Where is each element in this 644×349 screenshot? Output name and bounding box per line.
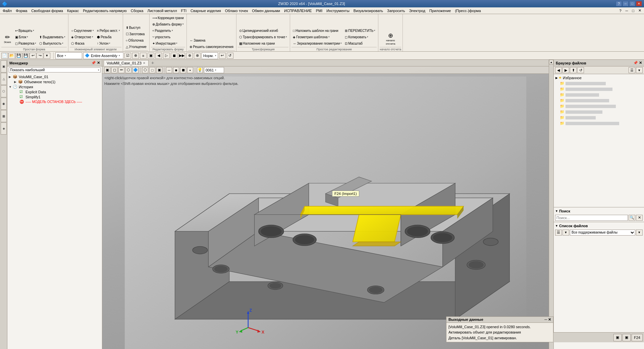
menu-fti[interactable]: FTI bbox=[179, 8, 189, 13]
btn-obolochka[interactable]: ○Оболочка bbox=[124, 37, 148, 43]
viewport[interactable]: ▣ ◻ ✏ ⬡ 🔷 ⬡ □ ▣ ─ ■ ◼ ▪ 💡 0061 ▾ bbox=[102, 66, 549, 349]
btn-tsylindrichesky[interactable]: ⊙Цилиндрический изгиб bbox=[238, 28, 288, 34]
sidebar-icon-3[interactable]: ◉ bbox=[1, 98, 7, 110]
br-icon-btn2[interactable]: ▣ bbox=[623, 334, 631, 341]
menu-assembly[interactable]: Сборка bbox=[129, 8, 146, 13]
tab-add-btn[interactable]: + bbox=[149, 59, 156, 66]
fb-forward-btn[interactable]: ▶ bbox=[562, 67, 569, 73]
output-min-icon[interactable]: ─ bbox=[544, 317, 547, 322]
br-icon-btn[interactable]: ▣ bbox=[613, 334, 622, 341]
vp-btn-9[interactable]: ─ bbox=[166, 67, 172, 73]
filelist-arrow-btn[interactable]: ▾ bbox=[562, 230, 569, 236]
tree-item-solid[interactable]: ▶ 📦 Объемное тело(1) bbox=[8, 79, 101, 84]
btn-peremestit[interactable]: ⊞ПЕРЕМЕСТИТЬ▾ bbox=[343, 28, 377, 34]
manager-filter[interactable]: Показать наибольший ▾ bbox=[9, 67, 101, 72]
btn-kopirovat[interactable]: ◻Копировать▾ bbox=[343, 34, 377, 40]
menu-pressform[interactable]: (Пресс-)форма bbox=[453, 8, 483, 13]
fb-folder-3[interactable]: 📁 bbox=[554, 92, 643, 98]
tree-item-history[interactable]: ▼ 🕐 История bbox=[8, 84, 101, 89]
btn-nalozhenie[interactable]: ▦Наложение на грани bbox=[238, 40, 288, 46]
manager-close-icon[interactable]: ✕ bbox=[97, 61, 100, 65]
output-close-icon[interactable]: ✕ bbox=[548, 317, 551, 322]
tree-check-3[interactable]: ☑ bbox=[19, 90, 25, 94]
btn-vipuklost[interactable]: ⬡Выпуклость▾ bbox=[38, 40, 67, 46]
sel-btn-plus[interactable]: ⊕ bbox=[186, 53, 193, 59]
tree-arrow-0[interactable]: ▶ bbox=[9, 75, 13, 79]
tab-volumill[interactable]: VoluMill_Case_01.Z3 ✕ bbox=[104, 60, 149, 66]
menu-restore[interactable]: □ bbox=[630, 8, 636, 13]
sel-btn6[interactable]: ▷ bbox=[163, 53, 170, 59]
btn-otverstie[interactable]: ◈Отверстие▾ bbox=[70, 34, 95, 40]
menu-electrode[interactable]: Электрод bbox=[407, 8, 427, 13]
btn-faska[interactable]: ⬠Фаска bbox=[70, 40, 95, 46]
btn-rebro[interactable]: ≡Ребро жест.▾ bbox=[96, 28, 121, 34]
menu-close[interactable]: ✕ bbox=[636, 8, 643, 13]
qa-redo[interactable]: ↪ bbox=[37, 53, 43, 59]
sel-btn2[interactable]: ⊕ bbox=[132, 53, 139, 59]
fb-folder-6[interactable]: 📁 bbox=[554, 109, 643, 115]
menu-weld[interactable]: Сварные изделия bbox=[189, 8, 223, 13]
menu-wireframe[interactable]: Каркас bbox=[65, 8, 81, 13]
sel-btn5[interactable]: ◀ bbox=[155, 53, 162, 59]
btn-origin[interactable]: ⊕ начало отсчета bbox=[384, 32, 396, 46]
menu-help[interactable]: ? bbox=[617, 8, 623, 13]
display-btn1[interactable]: ↩ bbox=[219, 53, 226, 59]
sidebar-icon-5[interactable]: ◈ bbox=[1, 122, 7, 135]
vp-btn-1[interactable]: ▣ bbox=[104, 67, 110, 73]
sel-btn4[interactable]: ▣ bbox=[148, 53, 154, 59]
btn-zamena[interactable]: ↔Замена bbox=[188, 37, 235, 43]
sidebar-icon-0[interactable]: ▣ bbox=[1, 60, 7, 72]
qa-save[interactable]: 💾 bbox=[15, 53, 22, 59]
tree-item-stop[interactable]: ⛔ ----- МОДЕЛЬ ОСТАНОВ ЗДЕСЬ ----- bbox=[8, 99, 101, 104]
search-input[interactable] bbox=[555, 215, 628, 221]
qa-new[interactable]: 📄 bbox=[1, 53, 8, 59]
filelist-section-header[interactable]: ▼ Список файлов bbox=[555, 223, 643, 229]
btn-transform-v-tochke[interactable]: ⬡Трансформировать в точке▾ bbox=[238, 34, 288, 40]
vp-btn-2[interactable]: ◻ bbox=[111, 67, 117, 73]
vp-btn-6[interactable]: ⬡ bbox=[142, 67, 148, 73]
btn-blok[interactable]: ▣Блок▾ bbox=[14, 34, 38, 40]
search-section-header[interactable]: ▼ Поиск bbox=[555, 208, 643, 214]
btn-masshtab[interactable]: ⊡Масштаб bbox=[343, 40, 377, 46]
btn-skruglenie[interactable]: ○Скругление▾ bbox=[70, 28, 95, 34]
fb-close-icon[interactable]: ✕ bbox=[639, 61, 642, 65]
btn-korrektsiya[interactable]: ⟿Коррекция грани bbox=[151, 15, 185, 21]
fb-back-btn[interactable]: ◀ bbox=[555, 67, 562, 73]
menu-file[interactable]: Файл bbox=[1, 8, 14, 13]
app-help-btn[interactable]: ? bbox=[616, 1, 622, 6]
sel-btn1[interactable]: ☑ bbox=[124, 53, 131, 59]
btn-eskiz[interactable]: ✏ Эскиз bbox=[1, 32, 13, 46]
menu-app[interactable]: Приложение bbox=[427, 8, 453, 13]
menu-min[interactable]: ─ bbox=[624, 8, 630, 13]
menu-freeform[interactable]: Свободная форма bbox=[29, 8, 65, 13]
sel-btn3[interactable]: ≡ bbox=[140, 53, 147, 59]
menu-edit-direct[interactable]: Редактировать напрямую bbox=[81, 8, 129, 13]
display-btn2[interactable]: ↺ bbox=[227, 53, 233, 59]
assembly-dropdown[interactable]: 🔷 Entire Assembly ▾ bbox=[83, 52, 123, 59]
menu-forma[interactable]: Форма bbox=[14, 8, 29, 13]
btn-geometriya-shablona[interactable]: ◈Геометрия шаблона▾ bbox=[291, 34, 343, 40]
sidebar-icon-4[interactable]: ▦ bbox=[1, 110, 7, 122]
menu-exchange[interactable]: Обмен данными bbox=[250, 8, 282, 13]
search-clear-btn[interactable]: ✕ bbox=[636, 215, 643, 221]
btn-nalozhit-shablon[interactable]: □Наложить шаблон на грани bbox=[291, 28, 343, 34]
vp-btn-7[interactable]: □ bbox=[149, 67, 155, 73]
norm-dropdown[interactable]: Норм. ▾ bbox=[202, 52, 218, 59]
fb-pin-icon[interactable]: 📌 bbox=[633, 61, 638, 65]
menu-sheetmetal[interactable]: Листовой металл bbox=[145, 8, 179, 13]
btn-vydavlivat[interactable]: ⬆Выдавливать▾ bbox=[38, 34, 67, 40]
fb-folder-5[interactable]: 📁 bbox=[554, 103, 643, 109]
tree-item-explicit[interactable]: ☑ Explicit Data bbox=[8, 89, 101, 94]
btn-inkrustatsiya[interactable]: ✦Инкрустация▾ bbox=[151, 40, 185, 46]
fb-folder-7[interactable]: 📁 bbox=[554, 115, 643, 120]
sidebar-icon-1[interactable]: △ bbox=[1, 73, 7, 85]
sel-btn-help[interactable]: ⊗ bbox=[194, 53, 201, 59]
tree-arrow-2[interactable]: ▼ bbox=[9, 85, 13, 89]
qa-open[interactable]: 📂 bbox=[8, 53, 15, 59]
btn-vraschat[interactable]: ↩Вращать▾ bbox=[14, 28, 38, 34]
fb-view-btn[interactable]: ☰ bbox=[629, 67, 635, 73]
vp-btn-11[interactable]: ◼ bbox=[180, 67, 186, 73]
menu-vis[interactable]: Визуализировать bbox=[352, 8, 385, 13]
vp-counter-dropdown[interactable]: 0061 ▾ bbox=[204, 67, 224, 73]
win-min-btn[interactable]: ─ bbox=[623, 1, 629, 6]
